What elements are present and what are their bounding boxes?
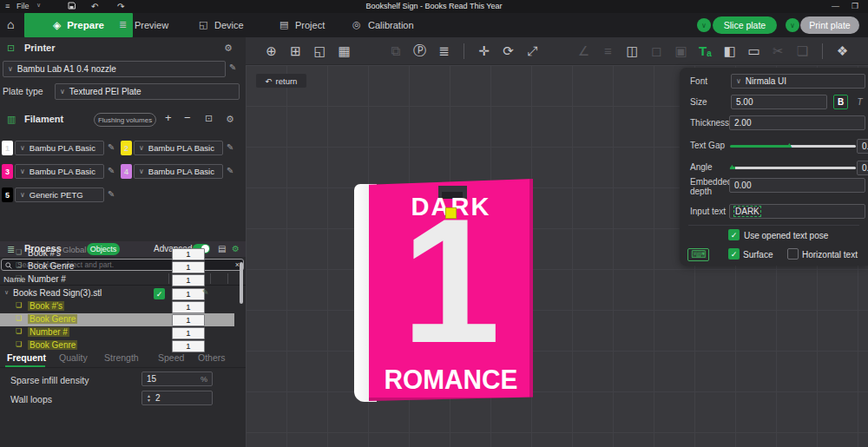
return-button[interactable]: ↶ return (256, 74, 306, 88)
filament-5-select[interactable]: ∨Generic PETG (15, 187, 104, 202)
filament-4-swatch[interactable]: 4 (121, 164, 132, 179)
device-icon: ◱ (199, 19, 207, 30)
remove-filament-icon[interactable]: − (184, 111, 191, 124)
font-select[interactable]: ∨ Nirmala UI (731, 74, 865, 89)
filament-cell[interactable]: 1 (172, 301, 205, 313)
object-row-selected[interactable]: ❏ Book Genre 1 (0, 313, 234, 326)
filament-3-select[interactable]: ∨Bambu PLA Basic (15, 164, 104, 179)
filament-cell[interactable]: 1 (172, 288, 205, 300)
move-icon[interactable]: ✛ (476, 43, 492, 59)
assembly-view-icon[interactable]: ❖ (834, 43, 851, 59)
scale-icon[interactable]: ⤢ (524, 43, 541, 59)
filament-cell[interactable]: 1 (172, 248, 205, 260)
keyboard-icon[interactable]: ⌨ (687, 248, 709, 261)
tab-calibration[interactable]: Calibration (368, 20, 414, 30)
variable-layer-icon[interactable]: ◫ (624, 43, 641, 59)
arrange-icon[interactable]: ▦ (336, 43, 352, 59)
tab-prepare[interactable]: ◈ Prepare (24, 13, 133, 37)
tab-strength[interactable]: Strength (104, 352, 139, 363)
text-drag-handle[interactable] (445, 207, 457, 219)
text-pose-checkbox[interactable]: ✓ (728, 229, 740, 240)
print-plate-button[interactable]: Print plate (800, 16, 859, 34)
layers-icon[interactable]: ≣ (436, 43, 452, 59)
print-enable-checkbox[interactable]: ✓ (154, 288, 165, 299)
filament-settings-icon[interactable]: ⚙ (226, 114, 234, 125)
add-plate-icon[interactable]: ⊞ (287, 43, 304, 59)
object-row-stl[interactable]: ∨ Books Read Sign(3).stl ✓ 1 ✎ (0, 287, 246, 300)
tab-preview[interactable]: Preview (135, 20, 168, 30)
filament-3-edit-icon[interactable]: ✎ (108, 166, 115, 175)
filament-4-select[interactable]: ∨Bambu PLA Basic (134, 164, 223, 179)
angle-slider-thumb[interactable]: ▲ (728, 162, 736, 171)
filament-cell[interactable]: 1 (172, 314, 205, 326)
object-list-scrollbar[interactable] (240, 262, 243, 304)
text-icon[interactable]: Tₐ (697, 43, 713, 58)
minimize-icon[interactable]: — (832, 2, 839, 10)
italic-button[interactable]: T (852, 95, 867, 109)
filament-cell[interactable]: 1 (172, 261, 205, 273)
maximize-icon[interactable]: ❐ (852, 2, 858, 10)
input-text-field[interactable]: DARK (729, 204, 865, 219)
paste-icon[interactable]: Ⓟ (411, 43, 428, 59)
rotate-icon[interactable]: ⟳ (500, 43, 516, 59)
filament-1-edit-icon[interactable]: ✎ (108, 142, 115, 152)
object-row[interactable]: ❏ Book #'s 1 (0, 247, 246, 260)
filament-cell[interactable]: 1 (172, 274, 205, 286)
filament-2-swatch[interactable]: 2 (121, 141, 132, 155)
printer-select[interactable]: ∨ Bambu Lab A1 0.4 nozzle (3, 61, 226, 77)
angle-slider[interactable] (730, 167, 856, 169)
filament-5-swatch[interactable]: 5 (2, 187, 13, 202)
bold-button[interactable]: B (833, 95, 848, 109)
project-icon: ▤ (279, 19, 288, 30)
plate-type-select[interactable]: ∨ Textured PEI Plate (55, 83, 240, 100)
color-paint-icon[interactable]: ◧ (721, 43, 738, 59)
filament-1-select[interactable]: ∨Bambu PLA Basic (15, 141, 104, 155)
printer-settings-icon[interactable]: ⚙ (224, 43, 233, 54)
stepper-down-icon[interactable]: ▼ (147, 398, 151, 403)
frame-icon: ❏ (794, 43, 811, 59)
slice-plate-button[interactable]: Slice plate (713, 16, 777, 34)
slice-options-chevron[interactable]: ∨ (697, 18, 711, 32)
wall-loops-stepper[interactable]: ▲ ▼ 2 (141, 391, 213, 405)
object-row[interactable]: ❏ Number # 1 (0, 326, 246, 339)
add-object-icon[interactable]: ⊕ (263, 43, 279, 59)
infill-input[interactable]: 15 % (141, 371, 213, 386)
filament-4-edit-icon[interactable]: ✎ (227, 166, 233, 175)
surface-checkbox[interactable]: ✓ (728, 248, 740, 260)
auto-orient-icon[interactable]: ◱ (312, 43, 328, 59)
print-options-chevron[interactable]: ∨ (786, 18, 799, 32)
object-row[interactable]: ❏ Book Genre 1 (0, 260, 246, 273)
printer-edit-icon[interactable]: ✎ (229, 62, 236, 72)
input-text-label: Input text (690, 207, 726, 216)
ams-icon[interactable]: ⊡ (205, 113, 213, 124)
tab-project[interactable]: Project (295, 20, 325, 30)
embedded-depth-input[interactable] (729, 178, 865, 193)
tab-speed[interactable]: Speed (158, 352, 184, 363)
angle-value[interactable] (857, 161, 868, 175)
text-gap-value[interactable] (857, 139, 868, 154)
tab-device[interactable]: Device (214, 20, 244, 30)
flushing-volumes-button[interactable]: Flushing volumes (94, 113, 156, 127)
object-row[interactable]: ❏ Number # 1 (0, 273, 246, 286)
text-gap-slider-thumb[interactable]: ▲ (786, 141, 793, 149)
collapse-caret-icon[interactable]: ∨ (4, 289, 9, 296)
thickness-input[interactable] (729, 115, 865, 130)
book-cover[interactable]: DARK 1 ROMANCE (369, 179, 533, 401)
filament-5-edit-icon[interactable]: ✎ (108, 189, 115, 199)
filament-1-swatch[interactable]: 1 (2, 141, 13, 155)
filament-2-edit-icon[interactable]: ✎ (227, 142, 233, 152)
measure-icon[interactable]: ▭ (746, 43, 762, 59)
main-tab-bar: ⌂ ◈ Prepare ≣ Preview ◱ Device ▤ Project… (0, 13, 868, 37)
filament-2-select[interactable]: ∨Bambu PLA Basic (134, 141, 223, 155)
object-row[interactable]: ❏ Book #'s 1 (0, 300, 246, 313)
size-input[interactable] (731, 95, 827, 109)
add-filament-icon[interactable]: + (165, 111, 172, 124)
home-icon[interactable]: ⌂ (7, 17, 14, 31)
tab-quality[interactable]: Quality (59, 352, 88, 363)
tab-others[interactable]: Others (198, 352, 226, 363)
filament-cell[interactable]: 1 (172, 327, 205, 339)
paint-brush-icon[interactable]: ✎ (202, 288, 209, 297)
tab-frequent[interactable]: Frequent (7, 352, 46, 363)
horizontal-text-checkbox[interactable] (787, 248, 799, 260)
filament-3-swatch[interactable]: 3 (2, 164, 13, 179)
